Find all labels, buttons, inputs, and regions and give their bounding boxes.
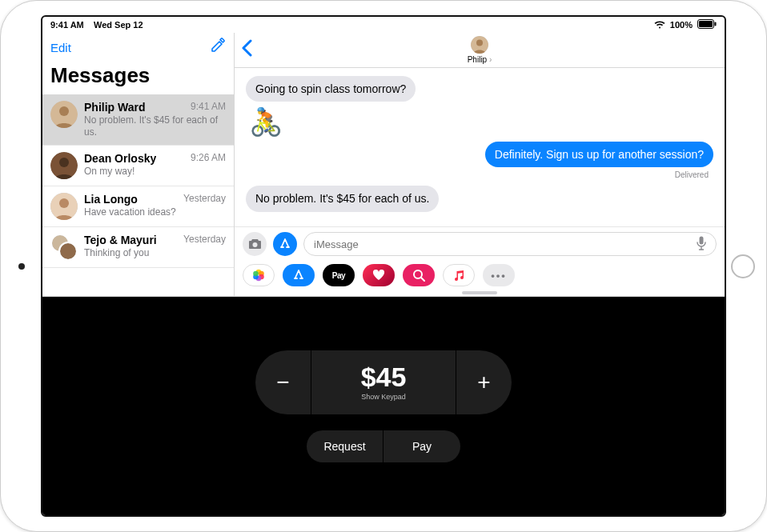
- battery-icon: [697, 19, 717, 30]
- message-input[interactable]: [303, 232, 717, 256]
- status-time: 9:41 AM: [50, 20, 84, 30]
- avatar: [50, 193, 78, 220]
- message-emoji: 🚴: [249, 108, 283, 135]
- wifi-icon: [654, 20, 665, 30]
- decrease-button[interactable]: −: [255, 350, 311, 414]
- conversation-name: Philip Ward: [84, 101, 145, 114]
- status-time-date: 9:41 AM Wed Sep 12: [50, 20, 143, 30]
- digital-touch-app-chip[interactable]: [363, 264, 395, 286]
- avatar: [50, 152, 78, 179]
- conversation-time: 9:41 AM: [191, 101, 226, 114]
- svg-point-13: [252, 242, 257, 247]
- message-incoming: No problem. It's $45 for each of us.: [246, 186, 439, 211]
- status-date: Wed Sep 12: [94, 20, 143, 30]
- amount-display[interactable]: $45 Show Keypad: [311, 350, 456, 414]
- apple-pay-label: Pay: [332, 271, 345, 280]
- message-text-field[interactable]: [314, 238, 697, 250]
- drawer-handle[interactable]: [462, 291, 497, 294]
- screen: 9:41 AM Wed Sep 12 100% Edit: [41, 15, 726, 517]
- mic-icon[interactable]: [697, 236, 706, 253]
- svg-point-12: [476, 40, 483, 46]
- conversation-preview: On my way!: [84, 166, 226, 178]
- conversation-item-tejo-mayuri[interactable]: Tejo & Mayuri Yesterday Thinking of you: [42, 227, 234, 268]
- camera-button[interactable]: [243, 232, 267, 256]
- app-store-button[interactable]: [273, 232, 297, 256]
- images-app-chip[interactable]: [403, 264, 435, 286]
- conversation-contact-button[interactable]: Philip ›: [468, 36, 492, 64]
- conversation-preview: Have vacation ideas?: [84, 206, 226, 218]
- conversation-time: Yesterday: [183, 193, 226, 206]
- conversation-item-dean[interactable]: Dean Orlosky 9:26 AM On my way!: [42, 146, 234, 186]
- show-keypad-label: Show Keypad: [361, 393, 406, 401]
- conversation-pane: Philip › Going to spin class tomorrow? 🚴…: [235, 33, 725, 296]
- chevron-right-icon: ›: [489, 55, 492, 64]
- conversation-contact-name: Philip ›: [468, 55, 492, 64]
- apple-pay-app-chip[interactable]: Pay: [323, 264, 355, 286]
- increase-button[interactable]: +: [456, 350, 512, 414]
- apple-pay-panel: − $45 Show Keypad + Request Pay: [42, 297, 725, 515]
- svg-rect-14: [700, 236, 704, 244]
- conversation-body[interactable]: Going to spin class tomorrow? 🚴 Definite…: [235, 68, 725, 226]
- photos-app-chip[interactable]: [243, 264, 275, 286]
- message-outgoing: Definitely. Sign us up for another sessi…: [485, 142, 713, 167]
- avatar-group: [50, 234, 78, 261]
- sidebar: Edit Messages Philip Ward: [42, 33, 235, 296]
- conversation-preview: No problem. It's $45 for each of us.: [84, 114, 226, 138]
- svg-rect-2: [715, 22, 717, 26]
- delivery-status: Delivered: [675, 170, 709, 179]
- conversation-item-philip[interactable]: Philip Ward 9:41 AM No problem. It's $45…: [42, 94, 234, 146]
- conversation-item-lia[interactable]: Lia Longo Yesterday Have vacation ideas?: [42, 186, 234, 227]
- conversation-name: Dean Orlosky: [84, 152, 156, 165]
- front-camera-dot: [18, 263, 25, 270]
- edit-button[interactable]: Edit: [50, 41, 71, 54]
- amount-control: − $45 Show Keypad +: [255, 350, 512, 414]
- conversation-preview: Thinking of you: [84, 247, 226, 259]
- amount-value: $45: [361, 363, 407, 390]
- svg-point-4: [59, 106, 69, 116]
- battery-percent: 100%: [670, 20, 693, 30]
- svg-point-20: [253, 271, 259, 277]
- avatar: [471, 36, 488, 54]
- avatar: [50, 101, 78, 128]
- pay-button[interactable]: Pay: [384, 430, 460, 462]
- music-app-chip[interactable]: [443, 264, 475, 286]
- request-button[interactable]: Request: [307, 430, 384, 462]
- message-incoming: Going to spin class tomorrow?: [246, 76, 416, 102]
- back-icon[interactable]: [241, 39, 252, 62]
- svg-point-6: [59, 158, 69, 167]
- conversation-list[interactable]: Philip Ward 9:41 AM No problem. It's $45…: [42, 94, 234, 296]
- action-control: Request Pay: [307, 430, 460, 462]
- compose-icon[interactable]: [210, 38, 226, 57]
- ipad-frame: 9:41 AM Wed Sep 12 100% Edit: [0, 0, 767, 532]
- svg-rect-1: [699, 21, 713, 27]
- svg-point-8: [59, 198, 69, 208]
- conversation-time: 9:26 AM: [191, 152, 226, 165]
- app-drawer: Pay •••: [235, 261, 725, 293]
- conversation-name: Tejo & Mayuri: [84, 234, 157, 246]
- home-button[interactable]: [731, 254, 755, 278]
- svg-point-10: [60, 243, 76, 259]
- conversation-name: Lia Longo: [84, 193, 138, 206]
- conversation-header: Philip ›: [235, 33, 725, 68]
- messages-app: Edit Messages Philip Ward: [42, 33, 725, 297]
- message-input-row: [235, 226, 725, 261]
- status-bar: 9:41 AM Wed Sep 12 100%: [42, 17, 725, 33]
- status-right: 100%: [654, 19, 717, 30]
- conversation-time: Yesterday: [183, 234, 226, 246]
- sidebar-title: Messages: [42, 57, 234, 94]
- more-apps-chip[interactable]: •••: [483, 264, 515, 286]
- appstore-app-chip[interactable]: [283, 264, 315, 286]
